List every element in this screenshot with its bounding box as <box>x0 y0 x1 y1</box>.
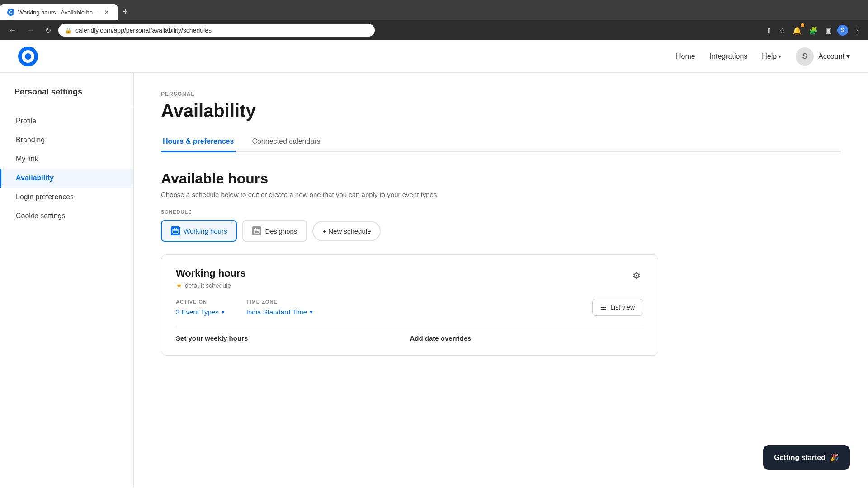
logo-circle <box>18 47 38 66</box>
set-weekly-hours-section: Set your weekly hours <box>176 334 410 343</box>
tab-title: Working hours - Available hours <box>18 9 99 16</box>
nav-account-label[interactable]: Account ▾ <box>818 52 850 61</box>
refresh-button[interactable]: ↻ <box>42 24 55 37</box>
active-on-value[interactable]: 3 Event Types ▾ <box>176 308 225 316</box>
forward-button[interactable]: → <box>24 24 38 36</box>
timezone-text: India Standard Time <box>246 308 307 316</box>
schedule-designops-button[interactable]: Designops <box>242 220 307 242</box>
add-date-overrides-label: Add date overrides <box>410 334 472 342</box>
card-header: Working hours ★ default schedule ⚙ <box>176 267 643 290</box>
list-view-icon: ☰ <box>601 304 607 311</box>
available-hours-subtitle: Choose a schedule below to edit or creat… <box>161 191 841 198</box>
sidebar-item-cookie-settings[interactable]: Cookie settings <box>0 206 133 225</box>
account-chevron-icon: ▾ <box>846 52 850 61</box>
card-meta: ACTIVE ON 3 Event Types ▾ TIME ZONE Indi… <box>176 299 643 316</box>
bookmark-icon[interactable]: ☆ <box>777 24 787 37</box>
main-area: Personal settings Profile Branding My li… <box>0 73 868 488</box>
browser-toolbar: ← → ↻ 🔒 calendly.com/app/personal/availa… <box>0 20 868 40</box>
svg-rect-1 <box>174 228 175 230</box>
app-container: Home Integrations Help ▾ S Account ▾ Per… <box>0 40 868 488</box>
sidebar-item-my-link[interactable]: My link <box>0 150 133 169</box>
list-view-label: List view <box>610 304 635 311</box>
sidebar-item-login-preferences[interactable]: Login preferences <box>0 188 133 206</box>
nav-help-label: Help <box>762 52 777 61</box>
page-content: PERSONAL Availability Hours & preference… <box>134 73 868 488</box>
working-hours-icon <box>171 226 180 235</box>
active-browser-tab[interactable]: C Working hours - Available hours ✕ <box>0 4 118 20</box>
list-view-button[interactable]: ☰ List view <box>592 299 643 316</box>
sidebar-item-profile[interactable]: Profile <box>0 112 133 131</box>
page-title: Availability <box>161 101 841 121</box>
svg-rect-4 <box>255 228 256 230</box>
nav-home[interactable]: Home <box>676 52 695 61</box>
nav-avatar: S <box>796 47 814 66</box>
sidebar-item-branding[interactable]: Branding <box>0 131 133 150</box>
tab-hours-preferences[interactable]: Hours & preferences <box>161 132 236 152</box>
timezone-section: TIME ZONE India Standard Time ▾ <box>246 299 313 316</box>
timezone-label: TIME ZONE <box>246 299 313 305</box>
default-label: default schedule <box>185 282 231 289</box>
designops-label: Designops <box>265 227 297 235</box>
app-logo[interactable] <box>18 47 38 66</box>
svg-rect-0 <box>173 229 178 233</box>
tabs: Hours & preferences Connected calendars <box>161 132 841 152</box>
page-label: PERSONAL <box>161 91 841 97</box>
working-hours-card: Working hours ★ default schedule ⚙ ACTIV… <box>161 254 658 356</box>
lock-icon: 🔒 <box>65 27 72 34</box>
add-date-overrides-section: Add date overrides <box>410 334 644 343</box>
back-button[interactable]: ← <box>5 24 20 36</box>
nav-account[interactable]: S Account ▾ <box>796 47 850 66</box>
event-types-text: 3 Event Types <box>176 308 219 316</box>
nav-links: Home Integrations Help ▾ <box>676 52 781 61</box>
tab-connected-calendars[interactable]: Connected calendars <box>250 132 322 152</box>
schedule-buttons: Working hours Designops + New schedule <box>161 220 841 242</box>
designops-icon <box>252 226 261 235</box>
sidebar-item-availability[interactable]: Availability <box>0 169 133 188</box>
logo-dot <box>25 53 31 60</box>
help-chevron-icon: ▾ <box>778 53 781 60</box>
card-title: Working hours <box>176 267 246 279</box>
card-title-area: Working hours ★ default schedule <box>176 267 246 290</box>
timezone-dropdown-icon: ▾ <box>310 309 313 315</box>
share-icon[interactable]: ⬆ <box>764 24 774 37</box>
address-bar[interactable]: 🔒 calendly.com/app/personal/availability… <box>58 24 375 37</box>
sidebar: Personal settings Profile Branding My li… <box>0 73 134 488</box>
active-on-label: ACTIVE ON <box>176 299 225 305</box>
svg-rect-5 <box>258 228 259 230</box>
active-on-dropdown-icon: ▾ <box>222 309 225 315</box>
set-weekly-hours-label: Set your weekly hours <box>176 334 248 342</box>
svg-rect-3 <box>254 229 259 233</box>
timezone-value[interactable]: India Standard Time ▾ <box>246 308 313 316</box>
nav-help[interactable]: Help ▾ <box>762 52 781 61</box>
nav-integrations[interactable]: Integrations <box>710 52 748 61</box>
tab-favicon: C <box>7 9 14 16</box>
getting-started-label: Getting started <box>774 454 826 462</box>
card-footer: Set your weekly hours Add date overrides <box>176 327 643 343</box>
working-hours-label: Working hours <box>184 227 227 235</box>
extensions-icon[interactable]: 🧩 <box>807 24 820 37</box>
top-navigation: Home Integrations Help ▾ S Account ▾ <box>0 40 868 73</box>
svg-rect-2 <box>176 228 177 230</box>
browser-profile-avatar[interactable]: S <box>837 25 848 36</box>
getting-started-toast[interactable]: Getting started 🎉 <box>763 445 850 470</box>
new-tab-button[interactable]: + <box>118 4 133 20</box>
new-schedule-button[interactable]: + New schedule <box>312 221 381 241</box>
chrome-menu-icon[interactable]: ⋮ <box>852 24 863 37</box>
list-view-area: ☰ List view <box>592 299 643 316</box>
default-badge: ★ default schedule <box>176 281 246 290</box>
split-tab-icon[interactable]: ▣ <box>823 24 834 37</box>
logo-inner <box>22 50 34 63</box>
browser-actions: ⬆ ☆ 🔔 🧩 ▣ S ⋮ <box>764 24 863 37</box>
notification-icon[interactable]: 🔔 <box>791 24 803 37</box>
active-on-section: ACTIVE ON 3 Event Types ▾ <box>176 299 225 316</box>
schedule-label: SCHEDULE <box>161 209 841 215</box>
sidebar-title: Personal settings <box>0 87 133 108</box>
card-settings-button[interactable]: ⚙ <box>630 267 643 284</box>
tab-close-button[interactable]: ✕ <box>103 8 110 17</box>
notification-badge <box>801 23 804 27</box>
getting-started-emoji: 🎉 <box>830 453 839 462</box>
available-hours-title: Available hours <box>161 170 841 187</box>
url-text: calendly.com/app/personal/availability/s… <box>75 27 212 34</box>
star-icon: ★ <box>176 281 182 290</box>
schedule-working-hours-button[interactable]: Working hours <box>161 220 237 242</box>
